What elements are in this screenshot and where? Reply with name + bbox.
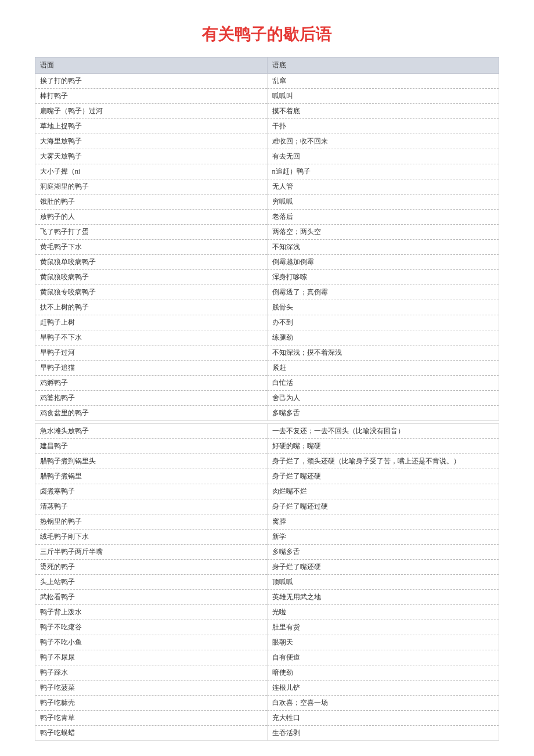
- table-row: 赶鸭子上树办不到: [35, 315, 499, 330]
- idiom-meaning: 连根儿铲: [267, 681, 499, 696]
- table-row: 大雾天放鸭子有去无回: [35, 149, 499, 164]
- table-row: 黄鼠狼专咬病鸭子倒霉透了；真倒霉: [35, 285, 499, 300]
- idiom-meaning: 暗使劲: [267, 665, 499, 681]
- table-row: 黄鼠狼咬病鸭子浑身打哆嗦: [35, 270, 499, 285]
- table-row: 腊鸭子煮到锅里头身子烂了，颈头还硬（比喻身子受了苦，嘴上还是不肯说。）: [35, 454, 499, 469]
- idiom-phrase: 旱鸭子追猫: [35, 361, 268, 376]
- table-row: 旱鸭子追猫紧赶: [35, 361, 499, 376]
- idiom-phrase: 清蒸鸭子: [35, 499, 268, 514]
- idiom-meaning: 光啦: [267, 605, 499, 620]
- idiom-meaning: 不知深浅；摸不着深浅: [267, 345, 499, 361]
- table-row: 草地上捉鸭子干扑: [35, 119, 499, 134]
- idiom-phrase: 扁嘴子（鸭子）过河: [35, 104, 268, 119]
- table-row: 旱鸭子不下水练腿劲: [35, 330, 499, 345]
- idiom-meaning: 身子烂了嘴还过硬: [267, 499, 499, 514]
- table-row: 鸡孵鸭子白忙活: [35, 376, 499, 391]
- table-row: 武松看鸭子英雄无用武之地: [35, 590, 499, 605]
- table-row: 急水滩头放鸭子一去不复还；一去不回头（比喻没有回音）: [35, 424, 499, 439]
- idioms-table-1: 语面 语底 挨了打的鸭子乱窜棒打鸭子呱呱叫扁嘴子（鸭子）过河摸不着底草地上捉鸭子…: [35, 57, 499, 421]
- idiom-meaning: 多嘴多舌: [267, 545, 499, 560]
- idiom-phrase: 烫死的鸭子: [35, 560, 268, 575]
- idiom-phrase: 鸡食盆里的鸭子: [35, 406, 268, 421]
- idiom-meaning: 新学: [267, 530, 499, 545]
- idiom-meaning: 浑身打哆嗦: [267, 270, 499, 285]
- idiom-phrase: 腊鸭子煮锅里: [35, 469, 268, 484]
- idiom-phrase: 洞庭湖里的鸭子: [35, 179, 268, 195]
- table-row: 鸭子吃蜈蜡生吞活剥: [35, 726, 499, 741]
- idiom-meaning: 白忙活: [267, 376, 499, 391]
- idiom-meaning: 倒霉透了；真倒霉: [267, 285, 499, 300]
- idiom-meaning: 难收回；收不回来: [267, 134, 499, 149]
- idiom-phrase: 黄毛鸭子下水: [35, 240, 268, 255]
- idiom-meaning: 身子烂了嘴还硬: [267, 469, 499, 484]
- idiom-meaning: 紧赶: [267, 361, 499, 376]
- idiom-meaning: 身子烂了，颈头还硬（比喻身子受了苦，嘴上还是不肯说。）: [267, 454, 499, 469]
- idiom-phrase: 黄鼠狼单咬病鸭子: [35, 255, 268, 270]
- idiom-phrase: 绒毛鸭子刚下水: [35, 530, 268, 545]
- table-row: 三斤半鸭子两斤半嘴多嘴多舌: [35, 545, 499, 560]
- idiom-meaning: 倒霉越加倒霉: [267, 255, 499, 270]
- idiom-meaning: 老落后: [267, 210, 499, 225]
- idiom-phrase: 飞了鸭子打了蛋: [35, 225, 268, 240]
- idiom-phrase: 鸭子吃青草: [35, 711, 268, 726]
- table-row: 鸡食盆里的鸭子多嘴多舌: [35, 406, 499, 421]
- table-row: 卤煮寒鸭子肉烂嘴不烂: [35, 484, 499, 499]
- table-row: 黄毛鸭子下水不知深浅: [35, 240, 499, 255]
- idiom-meaning: 充大牲口: [267, 711, 499, 726]
- idiom-meaning: 贱骨头: [267, 300, 499, 315]
- idiom-phrase: 扶不上树的鸭子: [35, 300, 268, 315]
- idiom-phrase: 放鸭子的人: [35, 210, 268, 225]
- table-row: 扶不上树的鸭子贱骨头: [35, 300, 499, 315]
- idiom-phrase: 大小子撵（ni: [35, 164, 268, 179]
- table-row: 鸭子踩水暗使劲: [35, 665, 499, 681]
- idiom-meaning: 乱窜: [267, 74, 499, 89]
- idiom-phrase: 大雾天放鸭子: [35, 149, 268, 164]
- idiom-phrase: 鸭子背上泼水: [35, 605, 268, 620]
- idiom-meaning: 眼朝天: [267, 635, 499, 650]
- table-row: 热锅里的鸭子窝脖: [35, 514, 499, 530]
- idiom-phrase: 旱鸭子不下水: [35, 330, 268, 345]
- idiom-meaning: 多嘴多舌: [267, 406, 499, 421]
- table-row: 黄鼠狼单咬病鸭子倒霉越加倒霉: [35, 255, 499, 270]
- table-row: 鸭子吃菠菜连根儿铲: [35, 681, 499, 696]
- idiom-phrase: 腊鸭子煮到锅里头: [35, 454, 268, 469]
- idiom-phrase: 急水滩头放鸭子: [35, 424, 268, 439]
- idiom-phrase: 鸭子不吃瘪谷: [35, 620, 268, 635]
- idiom-meaning: 好硬的嘴；嘴硬: [267, 439, 499, 454]
- idiom-meaning: 窝脖: [267, 514, 499, 530]
- table-row: 绒毛鸭子刚下水新学: [35, 530, 499, 545]
- table-row: 大小子撵（nin追赶）鸭子: [35, 164, 499, 179]
- idiom-phrase: 卤煮寒鸭子: [35, 484, 268, 499]
- idiom-phrase: 鸭子不吃小鱼: [35, 635, 268, 650]
- idiom-phrase: 鸭子吃菠菜: [35, 681, 268, 696]
- idiom-meaning: 肉烂嘴不烂: [267, 484, 499, 499]
- table-row: 鸭子不吃小鱼眼朝天: [35, 635, 499, 650]
- idiom-phrase: 鸡婆抱鸭子: [35, 391, 268, 406]
- idiom-meaning: 呱呱叫: [267, 89, 499, 104]
- idiom-meaning: 无人管: [267, 179, 499, 195]
- table-row: 棒打鸭子呱呱叫: [35, 89, 499, 104]
- table-row: 腊鸭子煮锅里身子烂了嘴还硬: [35, 469, 499, 484]
- table-row: 鸭子背上泼水光啦: [35, 605, 499, 620]
- table-row: 鸭子吃青草充大牲口: [35, 711, 499, 726]
- idiom-phrase: 挨了打的鸭子: [35, 74, 268, 89]
- idiom-phrase: 鸭子不尿尿: [35, 650, 268, 665]
- idiom-phrase: 大海里放鸭子: [35, 134, 268, 149]
- table-row: 大海里放鸭子难收回；收不回来: [35, 134, 499, 149]
- idiom-meaning: n追赶）鸭子: [267, 164, 499, 179]
- idiom-phrase: 黄鼠狼专咬病鸭子: [35, 285, 268, 300]
- idiom-meaning: 英雄无用武之地: [267, 590, 499, 605]
- idiom-meaning: 肚里有货: [267, 620, 499, 635]
- idiom-meaning: 穷呱呱: [267, 195, 499, 210]
- idiom-meaning: 顶呱呱: [267, 575, 499, 590]
- idiom-meaning: 白欢喜；空喜一场: [267, 696, 499, 711]
- page-title: 有关鸭子的歇后语: [35, 23, 499, 45]
- table-row: 飞了鸭子打了蛋两落空；两头空: [35, 225, 499, 240]
- table-row: 扁嘴子（鸭子）过河摸不着底: [35, 104, 499, 119]
- idiom-phrase: 鸭子吃糠壳: [35, 696, 268, 711]
- idiom-phrase: 饿肚的鸭子: [35, 195, 268, 210]
- idiom-meaning: 有去无回: [267, 149, 499, 164]
- table-row: 饿肚的鸭子穷呱呱: [35, 195, 499, 210]
- table-row: 鸭子不吃瘪谷肚里有货: [35, 620, 499, 635]
- idiom-phrase: 武松看鸭子: [35, 590, 268, 605]
